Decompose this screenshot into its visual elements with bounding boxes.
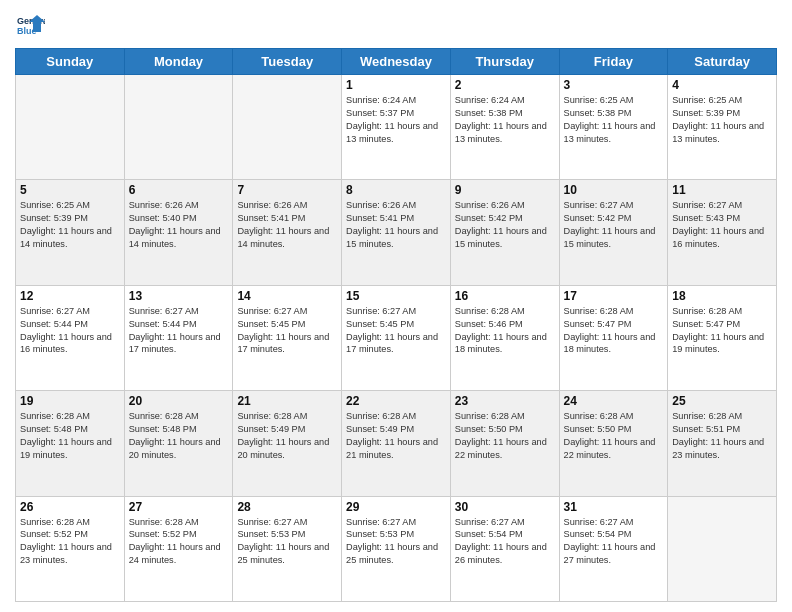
day-cell: 30Sunrise: 6:27 AMSunset: 5:54 PMDayligh… (450, 496, 559, 601)
day-number: 1 (346, 78, 446, 92)
day-info: Sunrise: 6:28 AMSunset: 5:51 PMDaylight:… (672, 410, 772, 462)
week-row-0: 1Sunrise: 6:24 AMSunset: 5:37 PMDaylight… (16, 75, 777, 180)
day-cell: 11Sunrise: 6:27 AMSunset: 5:43 PMDayligh… (668, 180, 777, 285)
weekday-header-monday: Monday (124, 49, 233, 75)
day-cell (668, 496, 777, 601)
day-cell: 3Sunrise: 6:25 AMSunset: 5:38 PMDaylight… (559, 75, 668, 180)
day-number: 20 (129, 394, 229, 408)
day-number: 2 (455, 78, 555, 92)
day-number: 27 (129, 500, 229, 514)
day-number: 12 (20, 289, 120, 303)
day-number: 22 (346, 394, 446, 408)
day-info: Sunrise: 6:27 AMSunset: 5:43 PMDaylight:… (672, 199, 772, 251)
day-number: 23 (455, 394, 555, 408)
day-info: Sunrise: 6:26 AMSunset: 5:40 PMDaylight:… (129, 199, 229, 251)
day-info: Sunrise: 6:25 AMSunset: 5:39 PMDaylight:… (20, 199, 120, 251)
day-number: 15 (346, 289, 446, 303)
day-cell: 10Sunrise: 6:27 AMSunset: 5:42 PMDayligh… (559, 180, 668, 285)
day-cell: 5Sunrise: 6:25 AMSunset: 5:39 PMDaylight… (16, 180, 125, 285)
day-info: Sunrise: 6:28 AMSunset: 5:50 PMDaylight:… (455, 410, 555, 462)
week-row-4: 26Sunrise: 6:28 AMSunset: 5:52 PMDayligh… (16, 496, 777, 601)
day-cell: 9Sunrise: 6:26 AMSunset: 5:42 PMDaylight… (450, 180, 559, 285)
day-info: Sunrise: 6:27 AMSunset: 5:53 PMDaylight:… (346, 516, 446, 568)
day-cell: 16Sunrise: 6:28 AMSunset: 5:46 PMDayligh… (450, 285, 559, 390)
day-info: Sunrise: 6:25 AMSunset: 5:38 PMDaylight:… (564, 94, 664, 146)
day-info: Sunrise: 6:28 AMSunset: 5:47 PMDaylight:… (564, 305, 664, 357)
day-info: Sunrise: 6:27 AMSunset: 5:45 PMDaylight:… (237, 305, 337, 357)
day-number: 5 (20, 183, 120, 197)
day-cell: 15Sunrise: 6:27 AMSunset: 5:45 PMDayligh… (342, 285, 451, 390)
day-number: 28 (237, 500, 337, 514)
day-info: Sunrise: 6:28 AMSunset: 5:52 PMDaylight:… (20, 516, 120, 568)
day-cell: 26Sunrise: 6:28 AMSunset: 5:52 PMDayligh… (16, 496, 125, 601)
day-cell: 2Sunrise: 6:24 AMSunset: 5:38 PMDaylight… (450, 75, 559, 180)
day-number: 9 (455, 183, 555, 197)
day-number: 19 (20, 394, 120, 408)
day-cell: 8Sunrise: 6:26 AMSunset: 5:41 PMDaylight… (342, 180, 451, 285)
day-cell: 7Sunrise: 6:26 AMSunset: 5:41 PMDaylight… (233, 180, 342, 285)
day-number: 14 (237, 289, 337, 303)
day-cell: 13Sunrise: 6:27 AMSunset: 5:44 PMDayligh… (124, 285, 233, 390)
day-cell: 12Sunrise: 6:27 AMSunset: 5:44 PMDayligh… (16, 285, 125, 390)
day-cell: 6Sunrise: 6:26 AMSunset: 5:40 PMDaylight… (124, 180, 233, 285)
day-number: 13 (129, 289, 229, 303)
day-info: Sunrise: 6:27 AMSunset: 5:42 PMDaylight:… (564, 199, 664, 251)
day-info: Sunrise: 6:27 AMSunset: 5:53 PMDaylight:… (237, 516, 337, 568)
calendar-table: SundayMondayTuesdayWednesdayThursdayFrid… (15, 48, 777, 602)
day-number: 21 (237, 394, 337, 408)
day-cell: 23Sunrise: 6:28 AMSunset: 5:50 PMDayligh… (450, 391, 559, 496)
day-number: 24 (564, 394, 664, 408)
day-info: Sunrise: 6:26 AMSunset: 5:42 PMDaylight:… (455, 199, 555, 251)
day-number: 4 (672, 78, 772, 92)
week-row-1: 5Sunrise: 6:25 AMSunset: 5:39 PMDaylight… (16, 180, 777, 285)
day-info: Sunrise: 6:27 AMSunset: 5:54 PMDaylight:… (564, 516, 664, 568)
weekday-header-friday: Friday (559, 49, 668, 75)
logo-icon: General Blue (15, 10, 45, 40)
day-number: 30 (455, 500, 555, 514)
day-number: 25 (672, 394, 772, 408)
day-cell: 22Sunrise: 6:28 AMSunset: 5:49 PMDayligh… (342, 391, 451, 496)
logo: General Blue (15, 10, 45, 40)
header: General Blue (15, 10, 777, 40)
day-info: Sunrise: 6:27 AMSunset: 5:54 PMDaylight:… (455, 516, 555, 568)
day-info: Sunrise: 6:28 AMSunset: 5:50 PMDaylight:… (564, 410, 664, 462)
weekday-header-saturday: Saturday (668, 49, 777, 75)
day-number: 16 (455, 289, 555, 303)
day-info: Sunrise: 6:28 AMSunset: 5:47 PMDaylight:… (672, 305, 772, 357)
week-row-2: 12Sunrise: 6:27 AMSunset: 5:44 PMDayligh… (16, 285, 777, 390)
day-info: Sunrise: 6:28 AMSunset: 5:52 PMDaylight:… (129, 516, 229, 568)
day-info: Sunrise: 6:28 AMSunset: 5:48 PMDaylight:… (20, 410, 120, 462)
day-info: Sunrise: 6:28 AMSunset: 5:46 PMDaylight:… (455, 305, 555, 357)
day-cell: 14Sunrise: 6:27 AMSunset: 5:45 PMDayligh… (233, 285, 342, 390)
week-row-3: 19Sunrise: 6:28 AMSunset: 5:48 PMDayligh… (16, 391, 777, 496)
day-info: Sunrise: 6:27 AMSunset: 5:44 PMDaylight:… (129, 305, 229, 357)
weekday-header-sunday: Sunday (16, 49, 125, 75)
day-cell: 27Sunrise: 6:28 AMSunset: 5:52 PMDayligh… (124, 496, 233, 601)
page: General Blue SundayMondayTuesdayWednesda… (0, 0, 792, 612)
day-cell (16, 75, 125, 180)
weekday-header-wednesday: Wednesday (342, 49, 451, 75)
weekday-header-thursday: Thursday (450, 49, 559, 75)
weekday-header-tuesday: Tuesday (233, 49, 342, 75)
day-number: 7 (237, 183, 337, 197)
day-cell: 20Sunrise: 6:28 AMSunset: 5:48 PMDayligh… (124, 391, 233, 496)
day-number: 18 (672, 289, 772, 303)
day-number: 17 (564, 289, 664, 303)
day-info: Sunrise: 6:27 AMSunset: 5:44 PMDaylight:… (20, 305, 120, 357)
day-number: 11 (672, 183, 772, 197)
day-info: Sunrise: 6:25 AMSunset: 5:39 PMDaylight:… (672, 94, 772, 146)
weekday-header-row: SundayMondayTuesdayWednesdayThursdayFrid… (16, 49, 777, 75)
day-number: 29 (346, 500, 446, 514)
day-info: Sunrise: 6:24 AMSunset: 5:37 PMDaylight:… (346, 94, 446, 146)
day-info: Sunrise: 6:26 AMSunset: 5:41 PMDaylight:… (237, 199, 337, 251)
day-cell: 24Sunrise: 6:28 AMSunset: 5:50 PMDayligh… (559, 391, 668, 496)
day-info: Sunrise: 6:26 AMSunset: 5:41 PMDaylight:… (346, 199, 446, 251)
day-cell: 19Sunrise: 6:28 AMSunset: 5:48 PMDayligh… (16, 391, 125, 496)
day-cell: 18Sunrise: 6:28 AMSunset: 5:47 PMDayligh… (668, 285, 777, 390)
day-info: Sunrise: 6:24 AMSunset: 5:38 PMDaylight:… (455, 94, 555, 146)
day-cell (124, 75, 233, 180)
day-cell: 29Sunrise: 6:27 AMSunset: 5:53 PMDayligh… (342, 496, 451, 601)
day-cell: 25Sunrise: 6:28 AMSunset: 5:51 PMDayligh… (668, 391, 777, 496)
day-cell: 17Sunrise: 6:28 AMSunset: 5:47 PMDayligh… (559, 285, 668, 390)
day-cell: 21Sunrise: 6:28 AMSunset: 5:49 PMDayligh… (233, 391, 342, 496)
